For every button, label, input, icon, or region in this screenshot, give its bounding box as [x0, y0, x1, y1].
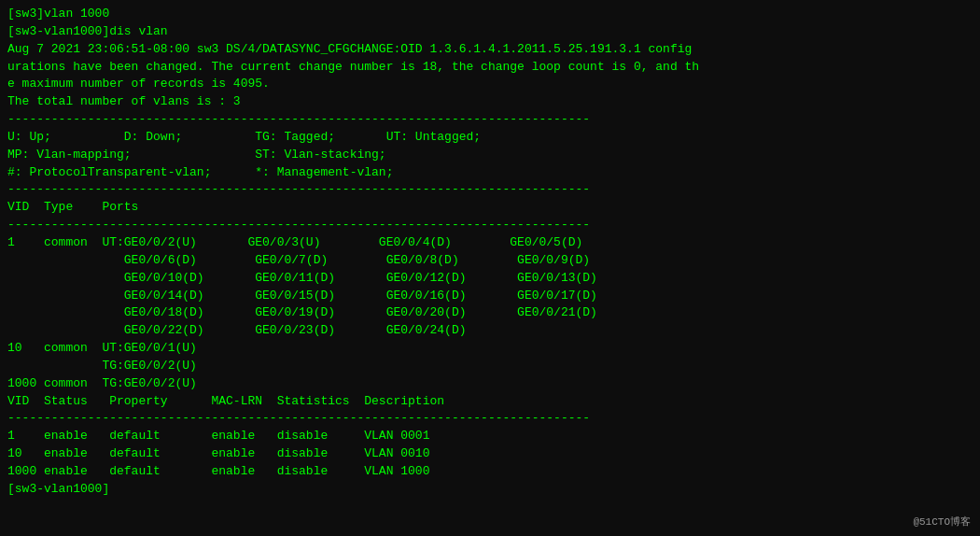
terminal-line: 10 common UT:GE0/0/1(U)	[7, 340, 973, 358]
terminal-line: VID Type Ports	[7, 199, 973, 217]
terminal-line: 10 enable default enable disable VLAN 00…	[7, 445, 973, 463]
terminal-line: Aug 7 2021 23:06:51-08:00 sw3 DS/4/DATAS…	[7, 41, 973, 59]
terminal-line: GE0/0/22(D) GE0/0/23(D) GE0/0/24(D)	[7, 322, 973, 340]
terminal-lines: [sw3]vlan 1000[sw3-vlan1000]dis vlanAug …	[7, 6, 973, 499]
terminal-line: 1 common UT:GE0/0/2(U) GE0/0/3(U) GE0/0/…	[7, 234, 973, 252]
terminal-line: #: ProtocolTransparent-vlan; *: Manageme…	[7, 164, 973, 182]
terminal-line: U: Up; D: Down; TG: Tagged; UT: Untagged…	[7, 129, 973, 147]
terminal-line: TG:GE0/0/2(U)	[7, 358, 973, 375]
terminal-line: 1000 common TG:GE0/0/2(U)	[7, 375, 973, 393]
terminal-line: ----------------------------------------…	[7, 111, 973, 129]
terminal-line: ----------------------------------------…	[7, 410, 973, 428]
terminal-line: e maximum number of records is 4095.	[7, 76, 973, 93]
terminal-line: MP: Vlan-mapping; ST: Vlan-stacking;	[7, 147, 973, 164]
terminal-line: ----------------------------------------…	[7, 217, 973, 234]
terminal-output: { "terminal": { "lines": [ "[sw3]vlan 10…	[7, 6, 973, 530]
terminal-line: The total number of vlans is : 3	[7, 93, 973, 111]
terminal-line: GE0/0/18(D) GE0/0/19(D) GE0/0/20(D) GE0/…	[7, 304, 973, 322]
terminal-line: GE0/0/10(D) GE0/0/11(D) GE0/0/12(D) GE0/…	[7, 270, 973, 288]
terminal-line: [sw3-vlan1000]	[7, 481, 973, 499]
terminal-line: GE0/0/14(D) GE0/0/15(D) GE0/0/16(D) GE0/…	[7, 288, 973, 305]
terminal-line: [sw3-vlan1000]dis vlan	[7, 23, 973, 41]
terminal-line: urations have been changed. The current …	[7, 59, 973, 77]
terminal-line: 1 enable default enable disable VLAN 000…	[7, 428, 973, 445]
terminal-line: GE0/0/6(D) GE0/0/7(D) GE0/0/8(D) GE0/0/9…	[7, 252, 973, 270]
terminal-line: VID Status Property MAC-LRN Statistics D…	[7, 393, 973, 411]
terminal-line: [sw3]vlan 1000	[7, 6, 973, 23]
terminal-line: 1000 enable default enable disable VLAN …	[7, 463, 973, 481]
watermark-label: @51CTO博客	[913, 515, 971, 529]
terminal-line: ----------------------------------------…	[7, 181, 973, 199]
